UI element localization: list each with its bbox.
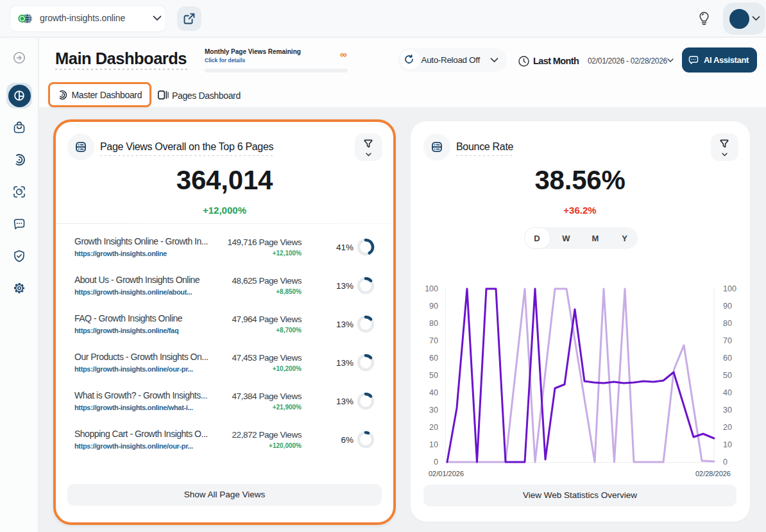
svg-text:60: 60 <box>429 354 438 363</box>
svg-text:40: 40 <box>723 388 732 397</box>
svg-text:90: 90 <box>429 302 438 311</box>
svg-text:02/28/2026: 02/28/2026 <box>695 470 731 477</box>
svg-text:10: 10 <box>429 440 438 449</box>
svg-text:40: 40 <box>429 388 438 397</box>
svg-text:20: 20 <box>429 423 438 432</box>
svg-text:100: 100 <box>723 284 736 293</box>
svg-text:30: 30 <box>429 406 438 415</box>
svg-text:0: 0 <box>434 458 438 467</box>
svg-text:50: 50 <box>723 371 732 380</box>
svg-text:80: 80 <box>429 319 438 328</box>
svg-text:20: 20 <box>723 423 732 432</box>
svg-text:70: 70 <box>429 336 438 345</box>
svg-text:50: 50 <box>429 371 438 380</box>
svg-text:60: 60 <box>723 354 732 363</box>
svg-text:02/01/2026: 02/01/2026 <box>429 470 464 477</box>
svg-text:30: 30 <box>723 406 732 415</box>
svg-text:70: 70 <box>723 336 732 345</box>
svg-text:0: 0 <box>723 458 728 467</box>
svg-text:80: 80 <box>723 319 732 328</box>
svg-text:90: 90 <box>723 302 732 311</box>
svg-text:10: 10 <box>723 440 732 449</box>
svg-text:100: 100 <box>425 284 438 293</box>
